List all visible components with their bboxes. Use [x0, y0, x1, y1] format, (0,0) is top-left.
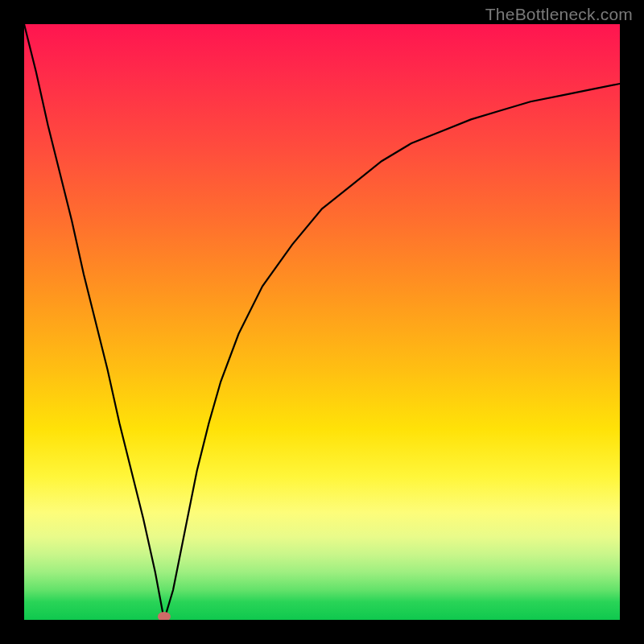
min-marker [158, 612, 171, 620]
watermark-text: TheBottleneck.com [485, 5, 633, 24]
curve-svg [24, 24, 620, 620]
plot-area [24, 24, 620, 620]
bottleneck-curve [24, 24, 620, 620]
chart-frame: TheBottleneck.com [0, 0, 644, 644]
